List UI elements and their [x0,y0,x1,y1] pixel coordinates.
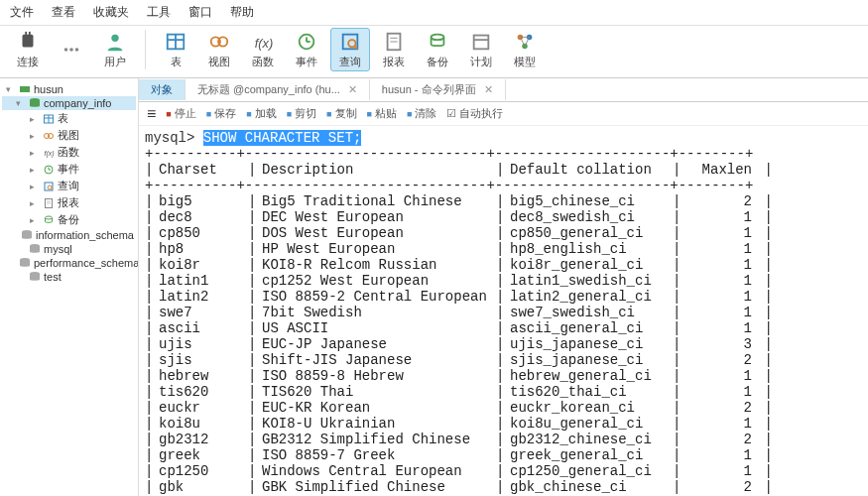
toolbar-dots-button[interactable] [52,28,91,71]
toolbar-user-button[interactable]: 用户 [95,28,135,71]
dbgrey-icon [29,271,41,283]
cell-c2: EUC-JP Japanese [262,336,496,352]
db-icon [29,97,41,109]
toolbar-fx-button[interactable]: f(x)函数 [243,28,283,71]
menu-item[interactable]: 工具 [147,4,171,21]
tree-item[interactable]: ▸报表 [2,194,136,211]
editbar-load-button[interactable]: ■加载 [246,106,276,121]
cell-c2: EUC-KR Korean [262,400,496,416]
expand-icon[interactable]: ▸ [30,114,40,124]
pipe: | [496,352,510,368]
tree-label: 事件 [58,162,79,177]
pipe: | [756,320,770,336]
cell-c3: gb2312_chinese_ci [510,432,673,447]
pipe: | [673,225,686,241]
tree-item[interactable]: ▾company_info [2,96,136,110]
editbar-auto-button[interactable]: ☑自动执行 [446,106,503,121]
pipe: | [145,305,159,320]
tree-item[interactable]: ▸事件 [2,161,136,178]
tree-item[interactable]: mysql [2,242,136,256]
tree-item[interactable]: test [2,270,136,284]
cell-c2: DEC West European [262,209,496,225]
editbar-cut-button[interactable]: ■剪切 [287,106,316,121]
toolbar-model-button[interactable]: 模型 [505,28,545,71]
tree-item[interactable]: ▸视图 [2,127,136,144]
editbar-paste-button[interactable]: ■粘贴 [367,106,397,121]
expand-icon[interactable]: ▾ [16,98,26,108]
cell-c3: big5_chinese_ci [510,193,673,209]
toolbar-sched-button[interactable]: 计划 [461,28,501,71]
result-row: | Charset| Description| Default collatio… [145,162,862,178]
cell-c4: 1 [686,463,756,479]
result-row: | gbk| GBK Simplified Chinese| gbk_chine… [145,479,862,495]
menu-item[interactable]: 窗口 [188,4,212,21]
toolbar-clock-button[interactable]: 事件 [287,28,326,71]
expand-icon[interactable]: ▸ [30,148,40,158]
pipe: | [496,416,510,432]
tree-item[interactable]: ▸f(x)函数 [2,144,136,161]
toolbar-label: 事件 [296,55,317,69]
menu-item[interactable]: 收藏夹 [93,4,129,21]
expand-icon[interactable]: ▾ [6,84,16,94]
close-icon[interactable]: ✕ [348,83,357,96]
cut-icon: ■ [287,109,292,119]
tab[interactable]: husun - 命令列界面✕ [370,79,506,100]
cell-c4: 1 [686,209,756,225]
stop-icon: ■ [166,109,171,119]
cell-c1: cp1250 [159,463,248,479]
cell-c4: 2 [686,479,756,495]
close-icon[interactable]: ✕ [484,83,493,96]
toolbar-table-button[interactable]: 表 [156,28,195,71]
tab[interactable]: 对象 [139,79,186,100]
pipe: | [145,368,159,384]
prompt: mysql> [145,130,203,146]
pipe: | [248,384,262,400]
toolbar-plug-button[interactable]: 连接 [8,28,48,71]
toolbar-query-button[interactable]: 查询 [330,28,370,71]
menu-item[interactable]: 查看 [52,4,75,21]
pipe: | [673,273,686,289]
expand-icon[interactable]: ▸ [30,215,40,225]
toolbar-report-button[interactable]: 报表 [374,28,414,71]
cell-c4: 1 [686,447,756,463]
tree-label: husun [34,83,63,95]
pipe: | [673,368,686,384]
pipe: | [248,416,262,432]
expand-icon[interactable]: ▸ [30,165,40,175]
pipe: | [145,336,159,352]
pipe: | [496,257,510,273]
sql-command[interactable]: SHOW CHARACTER SET; [203,130,362,146]
cell-c1: gb2312 [159,432,248,447]
pipe: | [673,162,686,178]
tree-item[interactable]: information_schema [2,228,136,242]
toolbar-view-button[interactable]: 视图 [199,28,239,71]
menu-item[interactable]: 帮助 [230,4,254,21]
tree-item[interactable]: performance_schema [2,256,136,270]
tree-item[interactable]: ▸查询 [2,178,136,194]
tab[interactable]: 无标题 @company_info (hu...✕ [186,79,370,100]
tree-item[interactable]: ▸表 [2,110,136,127]
cell-c4: 1 [686,384,756,400]
hamburger-icon[interactable]: ≡ [147,105,156,123]
tree-item[interactable]: ▾husun [2,82,136,96]
editbar-save-button[interactable]: ■保存 [206,106,236,121]
cell-c2: TIS620 Thai [262,384,496,400]
pipe: | [145,384,159,400]
tree-item[interactable]: ▸备份 [2,211,136,228]
toolbar-label: 备份 [427,55,448,69]
editbar-stop-button[interactable]: ■停止 [166,106,195,121]
pipe: | [496,368,510,384]
menu-item[interactable]: 文件 [10,4,34,21]
pipe: | [756,241,770,257]
dbgrey-icon [19,257,31,269]
expand-icon[interactable]: ▸ [30,182,40,191]
sql-console[interactable]: mysql> SHOW CHARACTER SET;+----------+--… [139,126,868,496]
cell-c2: Windows Central European [262,463,496,479]
editbar-label: 清除 [415,106,436,121]
editbar-copy-button[interactable]: ■复制 [326,106,356,121]
expand-icon[interactable]: ▸ [30,131,40,141]
toolbar-backup-button[interactable]: 备份 [418,28,457,71]
editbar-clear-button[interactable]: ■清除 [407,106,436,121]
expand-icon[interactable]: ▸ [30,198,40,208]
cell-c2: ISO 8859-8 Hebrew [262,368,496,384]
